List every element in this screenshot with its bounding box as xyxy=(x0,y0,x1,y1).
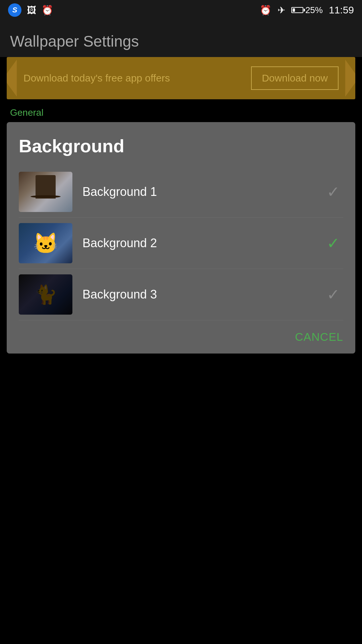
cancel-button[interactable]: CANCEL xyxy=(295,330,343,343)
background-item-3[interactable]: Background 3 ✓ xyxy=(19,269,343,320)
status-left-icons: S 🖼 ⏰ xyxy=(8,3,53,17)
battery-container: 25% xyxy=(291,5,323,15)
background-label-3: Background 3 xyxy=(72,287,323,302)
background-thumbnail-3 xyxy=(19,274,72,315)
ad-text: Download today's free app offers xyxy=(17,72,251,84)
page-title: Wallpaper Settings xyxy=(10,32,352,50)
clock-icon: ⏰ xyxy=(260,5,272,16)
cancel-row: CANCEL xyxy=(19,320,343,343)
s-app-icon: S xyxy=(8,3,21,17)
ad-arrow-right xyxy=(345,60,355,97)
battery-icon xyxy=(291,7,303,13)
page-title-bar: Wallpaper Settings xyxy=(0,20,362,57)
check-icon-1: ✓ xyxy=(323,183,343,201)
check-icon-2: ✓ xyxy=(323,234,343,252)
background-thumbnail-2 xyxy=(19,223,72,263)
airplane-icon: ✈ xyxy=(278,5,285,16)
background-dialog: Background Background 1 ✓ Background 2 ✓… xyxy=(7,122,355,354)
download-now-button[interactable]: Download now xyxy=(251,66,339,90)
bottom-empty-area xyxy=(0,354,362,588)
background-label-2: Background 2 xyxy=(72,236,323,250)
image-icon: 🖼 xyxy=(27,5,36,16)
background-thumbnail-1 xyxy=(19,172,72,212)
background-label-1: Background 1 xyxy=(72,185,323,199)
time-display: 11:59 xyxy=(329,4,354,16)
ad-arrow-left xyxy=(7,60,17,97)
dialog-title: Background xyxy=(19,136,343,156)
alarm-icon: ⏰ xyxy=(42,5,53,16)
status-right-icons: ⏰ ✈ 25% 11:59 xyxy=(260,4,354,16)
background-item-1[interactable]: Background 1 ✓ xyxy=(19,166,343,218)
battery-fill xyxy=(293,8,295,12)
general-section-label: General xyxy=(0,99,362,122)
status-bar: S 🖼 ⏰ ⏰ ✈ 25% 11:59 xyxy=(0,0,362,20)
ad-banner[interactable]: Download today's free app offers Downloa… xyxy=(7,57,355,99)
battery-percent: 25% xyxy=(305,5,323,15)
background-item-2[interactable]: Background 2 ✓ xyxy=(19,218,343,269)
check-icon-3: ✓ xyxy=(323,285,343,304)
